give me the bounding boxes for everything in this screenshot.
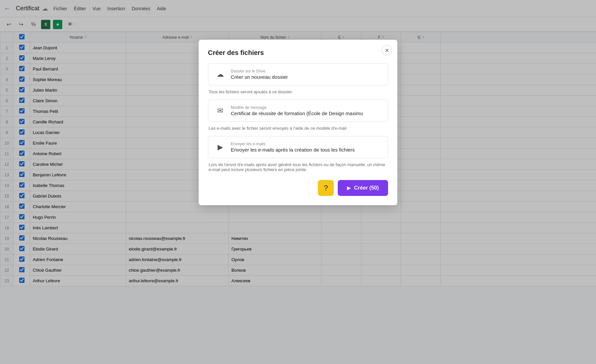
email-option-icon: ✉ bbox=[215, 107, 225, 115]
send-option-value: Envoyer les e-mails après la création de… bbox=[231, 147, 381, 153]
template-option-value: Certificat de réussite de formation (Éco… bbox=[231, 111, 381, 116]
send-option-content: Envoyer les e-mails Envoyer les e-mails … bbox=[231, 142, 381, 153]
play-icon: ▶ bbox=[347, 185, 351, 191]
template-option-content: Modèle de message Certificat de réussite… bbox=[231, 105, 381, 116]
send-info-text: Lors de l'envoi d'e-mails après avoir gé… bbox=[208, 162, 388, 172]
modal-close-button[interactable]: ✕ bbox=[381, 45, 392, 56]
modal-overlay: ✕ Créer des fichiers ☁ Dossier sur le Dr… bbox=[0, 0, 596, 364]
folder-info-text: Tous les fichiers seront ajoutés à ce do… bbox=[208, 89, 388, 94]
template-option-label: Modèle de message bbox=[231, 105, 381, 110]
create-button-label: Créer (50) bbox=[354, 185, 379, 191]
template-option-card[interactable]: ✉ Modèle de message Certificat de réussi… bbox=[208, 100, 388, 122]
send-option-icon: ▶ bbox=[215, 143, 225, 152]
help-button[interactable]: ? bbox=[318, 180, 334, 196]
folder-option-label: Dossier sur le Drive bbox=[231, 69, 381, 73]
send-option-label: Envoyer les e-mails bbox=[231, 142, 381, 146]
modal-footer: ? ▶ Créer (50) bbox=[208, 180, 388, 196]
create-button[interactable]: ▶ Créer (50) bbox=[338, 180, 388, 196]
folder-option-card[interactable]: ☁ Dossier sur le Drive Créer un nouveau … bbox=[208, 63, 388, 85]
folder-option-value: Créer un nouveau dossier bbox=[231, 74, 381, 80]
template-info-text: Les e-mails avec le fichier seront envoy… bbox=[208, 126, 388, 131]
cloud-option-icon: ☁ bbox=[215, 70, 225, 79]
modal-title: Créer des fichiers bbox=[208, 49, 388, 57]
send-option-card[interactable]: ▶ Envoyer les e-mails Envoyer les e-mail… bbox=[208, 136, 388, 158]
create-files-modal: ✕ Créer des fichiers ☁ Dossier sur le Dr… bbox=[199, 40, 397, 205]
folder-option-content: Dossier sur le Drive Créer un nouveau do… bbox=[231, 69, 381, 80]
help-icon: ? bbox=[324, 184, 328, 192]
